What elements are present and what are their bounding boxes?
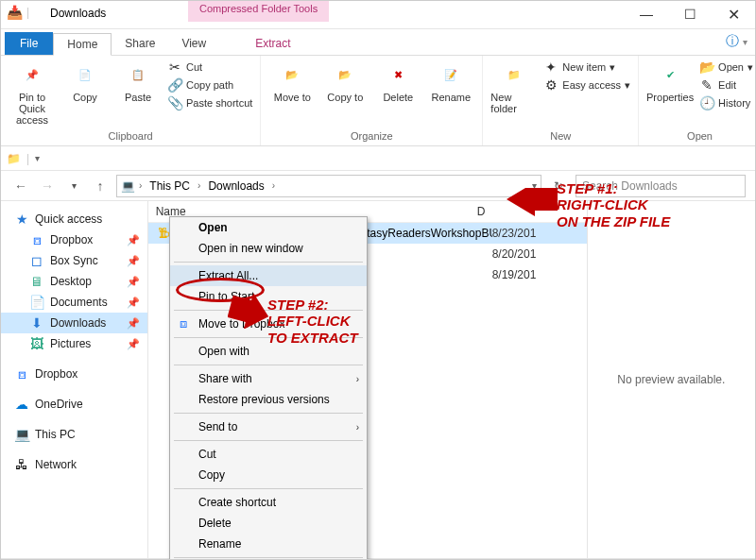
breadcrumb-downloads[interactable]: Downloads bbox=[204, 179, 267, 193]
nav-dropbox-root[interactable]: ⧈Dropbox bbox=[1, 364, 147, 384]
title-bar: 📥 | Downloads Compressed Folder Tools — … bbox=[1, 1, 755, 29]
copy-icon: 📄 bbox=[70, 59, 100, 90]
nav-box-sync[interactable]: ◻Box Sync📌 bbox=[1, 250, 147, 271]
cut-icon: ✂ bbox=[167, 59, 182, 75]
history-button[interactable]: 🕘History bbox=[699, 95, 753, 110]
nav-this-pc[interactable]: 💻This PC bbox=[1, 424, 147, 445]
ctx-create-shortcut[interactable]: Create shortcut bbox=[170, 492, 367, 513]
thispc-icon: 💻 bbox=[14, 427, 29, 442]
copy-path-button[interactable]: 🔗Copy path bbox=[167, 77, 252, 93]
pin-icon: 📌 bbox=[127, 255, 140, 267]
window-title: Downloads bbox=[50, 7, 106, 20]
nav-network[interactable]: 🖧Network bbox=[1, 454, 147, 475]
nav-downloads[interactable]: ⬇Downloads📌 bbox=[1, 313, 147, 333]
ctx-restore-previous[interactable]: Restore previous versions bbox=[170, 389, 367, 410]
dropbox-icon: ⧈ bbox=[14, 366, 29, 382]
folder-icon: 📥 bbox=[7, 5, 23, 20]
ctx-send-to[interactable]: Send to› bbox=[170, 416, 367, 437]
nav-pictures[interactable]: 🖼Pictures📌 bbox=[1, 333, 147, 354]
paste-button[interactable]: 📋 Paste bbox=[114, 59, 162, 103]
pin-icon: 📌 bbox=[127, 338, 140, 350]
ctx-separator bbox=[174, 557, 363, 558]
recent-locations-button[interactable]: ▾ bbox=[63, 176, 84, 196]
pin-icon: 📌 bbox=[127, 317, 140, 330]
star-icon: ★ bbox=[14, 212, 29, 227]
quick-access-toolbar: 📁 | ▾ bbox=[1, 146, 755, 171]
preview-pane: No preview available. bbox=[588, 201, 755, 558]
ctx-open[interactable]: Open bbox=[170, 217, 367, 238]
chevron-right-icon: › bbox=[356, 422, 359, 433]
annotation-step2: STEP #2: LEFT-CLICK TO EXTRACT bbox=[267, 297, 358, 346]
paste-icon: 📋 bbox=[123, 59, 153, 90]
rename-button[interactable]: 📝Rename bbox=[427, 59, 474, 103]
forward-button[interactable]: → bbox=[37, 176, 58, 196]
thispc-icon: 💻 bbox=[121, 179, 135, 193]
up-button[interactable]: ↑ bbox=[90, 176, 111, 196]
downloads-icon: ⬇ bbox=[29, 315, 44, 331]
tab-home[interactable]: Home bbox=[53, 33, 112, 56]
new-folder-button[interactable]: 📁New folder bbox=[490, 59, 538, 114]
tab-view[interactable]: View bbox=[168, 32, 219, 55]
ctx-separator bbox=[174, 365, 363, 365]
file-date: 8/20/201 bbox=[492, 247, 587, 261]
onedrive-icon: ☁ bbox=[14, 397, 29, 412]
close-button[interactable]: ✕ bbox=[712, 1, 755, 27]
edit-button[interactable]: ✎Edit bbox=[699, 77, 753, 93]
back-button[interactable]: ← bbox=[10, 176, 31, 196]
ctx-delete[interactable]: Delete bbox=[170, 513, 367, 534]
easy-access-button[interactable]: ⚙Easy access ▾ bbox=[543, 77, 630, 93]
breadcrumb-thispc[interactable]: This PC bbox=[146, 179, 194, 193]
cut-button[interactable]: ✂Cut bbox=[167, 59, 252, 75]
move-to-button[interactable]: 📂Move to bbox=[268, 59, 316, 103]
pin-quick-access-button[interactable]: 📌 Pin to Quick access bbox=[9, 59, 56, 126]
copy-to-button[interactable]: 📂Copy to bbox=[321, 59, 369, 103]
delete-icon: ✖ bbox=[383, 59, 413, 90]
nav-quick-access[interactable]: ★Quick access bbox=[1, 209, 147, 229]
ribbon-group-organize: 📂Move to 📂Copy to ✖Delete 📝Rename Organi… bbox=[261, 56, 483, 145]
annotation-arrow-1 bbox=[507, 188, 558, 216]
copy-button[interactable]: 📄 Copy bbox=[61, 59, 109, 103]
contextual-tab-group: Compressed Folder Tools bbox=[188, 1, 329, 22]
new-item-button[interactable]: ✦New item ▾ bbox=[543, 59, 630, 75]
tab-share[interactable]: Share bbox=[112, 32, 168, 55]
ctx-copy[interactable]: Copy bbox=[170, 465, 367, 485]
qat-divider: | bbox=[26, 152, 29, 165]
copy-path-icon: 🔗 bbox=[167, 77, 182, 93]
ctx-rename[interactable]: Rename bbox=[170, 534, 367, 554]
nav-dropbox[interactable]: ⧈Dropbox📌 bbox=[1, 229, 147, 250]
ribbon-tabs: File Home Share View Extract ⓘ ▾ bbox=[1, 29, 755, 56]
pictures-icon: 🖼 bbox=[29, 336, 44, 351]
context-menu: Open Open in new window Extract All... P… bbox=[169, 216, 368, 560]
open-button[interactable]: 📂Open ▾ bbox=[699, 59, 753, 75]
history-icon: 🕘 bbox=[699, 95, 714, 110]
paste-shortcut-button[interactable]: 📎Paste shortcut bbox=[167, 95, 252, 110]
box-icon: ◻ bbox=[29, 253, 44, 268]
chevron-down-icon[interactable]: ▾ bbox=[35, 153, 40, 163]
ctx-open-new-window[interactable]: Open in new window bbox=[170, 238, 367, 259]
tab-file[interactable]: File bbox=[5, 32, 53, 55]
ctx-cut[interactable]: Cut bbox=[170, 444, 367, 465]
nav-onedrive[interactable]: ☁OneDrive bbox=[1, 394, 147, 415]
help-button[interactable]: ⓘ ▾ bbox=[726, 33, 747, 50]
rename-icon: 📝 bbox=[436, 59, 466, 90]
ribbon-group-open: ✔Properties 📂Open ▾ ✎Edit 🕘History Open bbox=[639, 56, 756, 145]
pin-icon: 📌 bbox=[127, 297, 140, 309]
minimize-button[interactable]: — bbox=[625, 1, 668, 27]
ctx-separator bbox=[174, 440, 363, 441]
breadcrumb[interactable]: 💻 › This PC › Downloads › ▾ bbox=[116, 175, 541, 197]
pin-icon: 📌 bbox=[127, 276, 140, 288]
ribbon-group-new: 📁New folder ✦New item ▾ ⚙Easy access ▾ N… bbox=[483, 56, 639, 145]
paste-shortcut-icon: 📎 bbox=[167, 95, 182, 110]
properties-button[interactable]: ✔Properties bbox=[646, 59, 694, 103]
delete-button[interactable]: ✖Delete bbox=[374, 59, 421, 103]
maximize-button[interactable]: ☐ bbox=[668, 1, 712, 27]
pin-icon: 📌 bbox=[17, 59, 47, 90]
pin-icon: 📌 bbox=[127, 234, 140, 246]
dropbox-icon: ⧈ bbox=[176, 316, 191, 331]
ctx-share-with[interactable]: Share with› bbox=[170, 368, 367, 389]
svg-marker-0 bbox=[507, 188, 558, 216]
nav-documents[interactable]: 📄Documents📌 bbox=[1, 292, 147, 313]
documents-icon: 📄 bbox=[29, 295, 44, 310]
nav-desktop[interactable]: 🖥Desktop📌 bbox=[1, 271, 147, 292]
tab-extract[interactable]: Extract bbox=[242, 32, 303, 55]
